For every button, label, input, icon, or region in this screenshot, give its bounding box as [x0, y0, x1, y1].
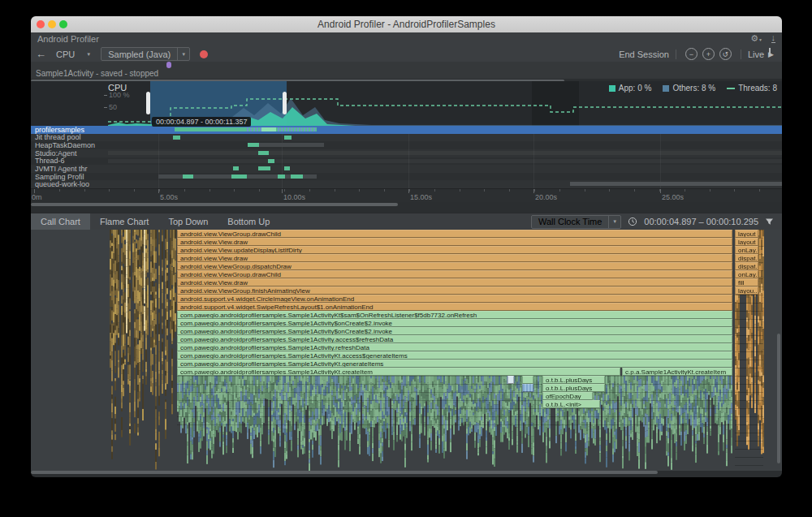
- back-arrow-button[interactable]: ←: [36, 48, 46, 60]
- selection-left-handle[interactable]: [146, 92, 150, 114]
- tab-call-chart[interactable]: Call Chart: [31, 213, 90, 230]
- filter-icon[interactable]: [765, 218, 774, 226]
- thread-activity-bar: [258, 151, 269, 155]
- call-frame[interactable]: ofEpochDay: [542, 392, 593, 400]
- call-frame[interactable]: com.pawegio.androidprofilersamples.Sampl…: [177, 351, 732, 360]
- call-frame[interactable]: layout: [735, 230, 758, 238]
- call-frame[interactable]: android.view.View.draw: [177, 278, 732, 287]
- call-frame[interactable]: com.pawegio.androidprofilersamples.Sampl…: [177, 327, 732, 335]
- call-frame[interactable]: android.view.ViewGroup.dispatchDraw: [177, 262, 732, 270]
- gear-icon[interactable]: ⚙▼: [750, 33, 762, 44]
- thread-row-profilersamples[interactable]: profilersamples: [31, 126, 782, 134]
- call-frame[interactable]: layou...: [735, 287, 758, 295]
- selection-right-handle[interactable]: [283, 92, 287, 114]
- thread-row-sampling-profil[interactable]: Sampling Profil: [31, 173, 782, 181]
- minor-tick: [609, 189, 610, 192]
- recording-mode-value: Sampled (Java): [102, 50, 177, 59]
- go-live-button[interactable]: Live ▶: [748, 50, 774, 59]
- call-frame[interactable]: com.pawegio.androidprofilersamples.Sampl…: [177, 319, 732, 327]
- call-frame-small[interactable]: [508, 376, 514, 384]
- thread-row-queued-work-loo[interactable]: queued-work-loo: [31, 180, 782, 188]
- call-frame[interactable]: fill: [735, 278, 758, 287]
- call-frame[interactable]: com.pawegio.androidprofilersamples.Sampl…: [177, 368, 620, 376]
- legend-label: App: 0 %: [619, 84, 652, 93]
- axis-label: 0m: [32, 193, 42, 201]
- call-frame[interactable]: onLay...: [735, 270, 758, 278]
- cpu-usage-pane[interactable]: CPU 100 % 50 App: 0 %Others: 8 %Threads:…: [31, 81, 782, 126]
- thread-row-jvmti-agent-thr[interactable]: JVMTI Agent thr: [31, 165, 782, 173]
- close-window-button[interactable]: [37, 20, 45, 28]
- thread-row-heaptaskdaemon[interactable]: HeapTaskDaemon: [31, 141, 782, 149]
- call-frame[interactable]: android.view.View.draw: [177, 238, 732, 246]
- minor-tick: [585, 189, 585, 192]
- call-frame[interactable]: android.support.v4.widget.CircleImageVie…: [177, 295, 732, 303]
- thread-activity-bar: [108, 151, 782, 155]
- session-status-row: Sample1Activity - saved - stopped: [31, 69, 782, 79]
- zoom-out-icon[interactable]: −: [685, 48, 698, 60]
- toolbar-separator: [741, 50, 741, 59]
- thread-name: JVMTI Agent thr: [35, 165, 88, 173]
- record-button[interactable]: [200, 50, 208, 58]
- chevron-down-icon: ▼: [608, 216, 620, 228]
- call-chart-vertical-scrollbar[interactable]: [777, 334, 780, 463]
- call-frame[interactable]: android.view.ViewGroup.finishAnimatingVi…: [177, 287, 732, 295]
- call-frame[interactable]: o.t.b.L.plusDays: [542, 376, 605, 384]
- minor-tick: [460, 189, 460, 192]
- tab-bottom-up[interactable]: Bottom Up: [218, 213, 279, 230]
- maximize-window-button[interactable]: [59, 20, 67, 28]
- call-frame[interactable]: android.view.View.updateDisplayListIfDir…: [177, 246, 732, 254]
- end-session-button[interactable]: End Session: [619, 50, 669, 59]
- axis-label: 20.00s: [535, 193, 557, 201]
- call-frame[interactable]: dispat...: [735, 262, 758, 270]
- minor-tick: [509, 189, 510, 192]
- call-frame[interactable]: android.view.View.draw: [177, 254, 732, 262]
- window-title: Android Profiler - AndroidProfilerSample…: [31, 16, 782, 32]
- profiler-type-dropdown[interactable]: CPU ▼: [56, 50, 91, 59]
- minor-tick: [284, 189, 285, 192]
- timeline-scrollbar[interactable]: [31, 203, 398, 206]
- thread-activity-bar: [183, 174, 193, 179]
- call-frame[interactable]: layout: [735, 238, 758, 246]
- call-frame[interactable]: android.support.v4.widget.SwipeRefreshLa…: [177, 303, 732, 311]
- zoom-in-icon[interactable]: +: [702, 48, 715, 60]
- clock-icon: [628, 217, 637, 226]
- recording-mode-dropdown[interactable]: Sampled (Java) ▼: [101, 47, 190, 61]
- call-frame[interactable]: c.p.a.Sample1ActivityKt.createItem: [622, 368, 732, 376]
- call-frame[interactable]: onLay...: [735, 246, 758, 254]
- thread-activity-bar: [248, 143, 259, 147]
- legend-item: Threads: 8: [727, 84, 777, 93]
- legend-swatch-icon: [609, 85, 615, 92]
- minor-tick: [109, 189, 110, 192]
- thread-activity-bar: [276, 127, 317, 131]
- tab-flame-chart[interactable]: Flame Chart: [90, 213, 159, 230]
- thread-row-thread-6[interactable]: Thread-6: [31, 157, 782, 166]
- call-chart-horizontal-scrollbar[interactable]: [31, 471, 658, 474]
- minor-tick: [159, 189, 160, 192]
- axis-label: 5.00s: [160, 193, 178, 201]
- call-frame-small[interactable]: [522, 376, 533, 384]
- call-frame[interactable]: com.pawegio.androidprofilersamples.Sampl…: [177, 343, 732, 351]
- call-frame[interactable]: com.pawegio.androidprofilersamples.Sampl…: [177, 311, 732, 319]
- major-tick: [533, 189, 534, 193]
- call-frame[interactable]: android.view.ViewGroup.drawChild: [177, 230, 732, 238]
- call-frame-small[interactable]: [522, 384, 533, 392]
- major-tick: [282, 189, 283, 193]
- legend-label: Threads: 8: [738, 84, 777, 93]
- call-frame[interactable]: com.pawegio.androidprofilersamples.Sampl…: [177, 360, 732, 368]
- call-frame[interactable]: com.pawegio.androidprofilersamples.Sampl…: [177, 335, 732, 343]
- thread-row-jit-thread-pool[interactable]: Jit thread pool: [31, 134, 782, 142]
- hide-tool-window-icon[interactable]: ↓: [771, 33, 776, 43]
- tab-top-down[interactable]: Top Down: [158, 213, 218, 230]
- call-frame[interactable]: o.t.b.L.<init>: [542, 400, 600, 408]
- reset-zoom-icon[interactable]: ↺: [719, 48, 732, 60]
- clock-mode-dropdown[interactable]: Wall Clock Time ▼: [531, 215, 621, 229]
- call-frame[interactable]: dispat...: [735, 254, 758, 262]
- minor-tick: [534, 189, 535, 192]
- minimize-window-button[interactable]: [48, 20, 56, 28]
- call-frame[interactable]: android.view.ViewGroup.drawChild: [177, 270, 732, 278]
- thread-activity-bar: [245, 127, 261, 131]
- thread-row-studio-agent[interactable]: Studio:Agent: [31, 149, 782, 157]
- analysis-tab-bar: Call ChartFlame ChartTop DownBottom Up W…: [31, 213, 782, 230]
- clock-mode-value: Wall Clock Time: [532, 217, 608, 226]
- call-frame[interactable]: o.t.b.L.plusDays: [542, 384, 605, 392]
